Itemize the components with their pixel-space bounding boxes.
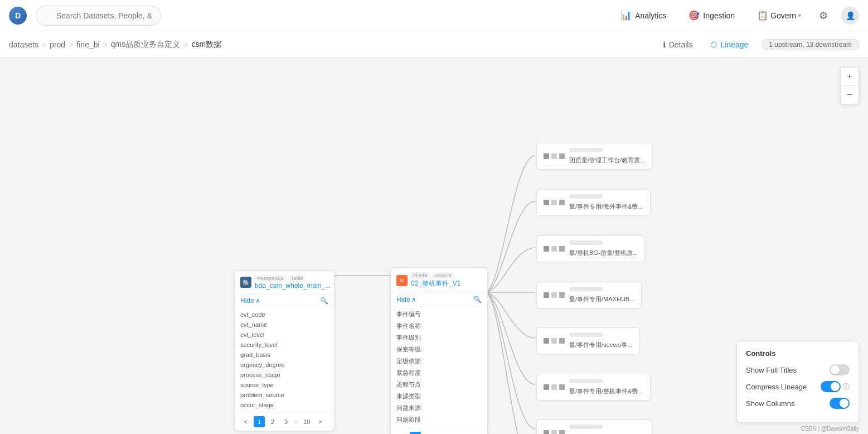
middle-table-type: Dataset: [432, 272, 454, 279]
ds2-icon-a: [544, 200, 549, 205]
avatar[interactable]: 👤: [841, 7, 859, 25]
ds-placeholder-1a: [569, 148, 603, 152]
downstream-node-6[interactable]: 量/事件专用/整机事件&费...: [536, 374, 651, 401]
ds-text-1: 团质量/管理工作台/教育质...: [569, 157, 645, 163]
lineage-canvas: 🐘 PostgreSQL Table bda_csm_whole_main_..…: [0, 58, 868, 434]
downstream-node-1[interactable]: 团质量/管理工作台/教育质...: [536, 143, 652, 170]
field-urgency-degree: urgency_degree: [235, 360, 334, 370]
compress-info-icon[interactable]: ⓘ: [843, 382, 850, 392]
ds-icons-6: [544, 384, 565, 390]
toggle-knob-compress: [831, 382, 840, 391]
zoom-out-button[interactable]: −: [841, 86, 859, 104]
header-right: 📊 Analytics 🎯 Ingestion 📋 Govern ▾ ⚙ 👤: [616, 7, 859, 25]
field-event-name: 事件名称: [391, 320, 487, 332]
downstream-node-4[interactable]: 量/事件专用/MAXHUB...: [536, 282, 642, 308]
source-page-3[interactable]: 3: [280, 416, 292, 427]
middle-search-icon[interactable]: 🔍: [473, 296, 482, 303]
footer-credit: CSBN | @DawsonSally: [801, 426, 859, 432]
source-prev-btn[interactable]: <: [240, 416, 251, 427]
toggle-knob-full-titles: [831, 365, 840, 374]
middle-hide-btn[interactable]: Hide ∧: [396, 296, 416, 303]
ds-icons-5: [544, 338, 565, 344]
search-input[interactable]: [36, 6, 161, 26]
downstream-node-2[interactable]: 量/事件专用/海外事件&费...: [536, 189, 651, 216]
field-process-stage: process_stage: [235, 370, 334, 380]
breadcrumb-sep-2: >: [69, 40, 73, 49]
compress-lineage-label: Compress Lineage: [746, 383, 807, 391]
ds-text-4: 量/事件专用/MAXHUB...: [569, 296, 634, 302]
ds4-icon-b: [551, 292, 557, 298]
settings-icon[interactable]: ⚙: [819, 9, 828, 22]
field-source-type-cn: 来源类型: [391, 390, 487, 402]
field-process-node: 进程节点: [391, 379, 487, 390]
compress-lineage-toggle[interactable]: [821, 381, 841, 392]
ingestion-icon: 🎯: [688, 10, 700, 21]
downstream-node-3[interactable]: 量/整机BG-质量/整机质...: [536, 235, 645, 262]
controls-panel: Controls Show Full Titles Compress Linea…: [736, 341, 859, 423]
middle-fields: 事件编号 事件名称 事件级别 保密等级 定级依据 紧急程度 进程节点 来源类型 …: [391, 306, 487, 428]
middle-page-10[interactable]: 10: [457, 432, 468, 434]
middle-page-2[interactable]: 2: [423, 432, 434, 434]
show-full-titles-toggle[interactable]: [830, 364, 850, 375]
downstream-node-5[interactable]: 量/事件专用/seewo事...: [536, 327, 639, 354]
middle-prev-btn[interactable]: <: [396, 432, 408, 434]
finebi-icon: BI: [396, 275, 408, 286]
downstream-node-7[interactable]: 团质量/管理工作台/企服质...: [536, 419, 652, 434]
ds4-icon-a: [544, 292, 549, 298]
ds7-icon-b: [551, 430, 557, 434]
source-next-btn[interactable]: >: [314, 416, 326, 427]
govern-nav[interactable]: 📋 Govern ▾: [753, 8, 806, 23]
breadcrumb-datasets[interactable]: datasets: [9, 40, 38, 49]
middle-page-1[interactable]: 1: [410, 432, 421, 434]
source-page-1[interactable]: 1: [254, 416, 265, 427]
middle-page-3[interactable]: 3: [437, 432, 448, 434]
field-security-grade: 保密等级: [391, 344, 487, 355]
breadcrumb: datasets > prod > fine_bi > qms品质业务自定义 >…: [9, 40, 658, 50]
upstream-badge[interactable]: 1 upstream, 13 downstream: [762, 39, 859, 50]
middle-node-title[interactable]: 02_整机事件_V1: [411, 279, 460, 288]
ds-placeholder-4a: [569, 287, 603, 291]
ds3-icon-a: [544, 246, 549, 252]
ds2-icon-c: [559, 200, 565, 205]
ds5-icon-a: [544, 338, 549, 344]
ds-text-5: 量/事件专用/seewo事...: [569, 341, 632, 348]
field-security-level: security_level: [235, 340, 334, 350]
ds6-icon-b: [551, 384, 557, 390]
zoom-in-button[interactable]: +: [841, 67, 859, 85]
source-page-10[interactable]: 10: [301, 416, 312, 427]
show-columns-toggle[interactable]: [830, 398, 850, 409]
compress-lineage-row: Compress Lineage ⓘ: [746, 381, 850, 392]
govern-icon: 📋: [757, 10, 768, 21]
middle-next-btn[interactable]: >: [471, 432, 482, 434]
source-pagination: < 1 2 3 ··· 10 >: [235, 412, 334, 431]
field-problem-source: problem_source: [235, 390, 334, 400]
analytics-icon: 📊: [620, 10, 632, 21]
source-fields: evt_code evt_name evt_level security_lev…: [235, 307, 334, 412]
logo[interactable]: D: [9, 7, 27, 25]
ds-icons-2: [544, 200, 565, 205]
field-source-type: source_type: [235, 380, 334, 390]
field-occur-stage: occur_stage: [235, 400, 334, 410]
analytics-label: Analytics: [635, 11, 666, 20]
breadcrumb-prod[interactable]: prod: [50, 40, 65, 49]
show-columns-row: Show Columns: [746, 398, 850, 409]
tab-lineage[interactable]: ⬡ Lineage: [706, 38, 753, 51]
ds7-icon-a: [544, 430, 549, 434]
field-grade-basis: 定级依据: [391, 355, 487, 367]
source-node-title[interactable]: bda_csm_whole_main_...: [255, 282, 331, 290]
ds-icon-a: [544, 153, 549, 159]
source-dots: ···: [294, 418, 299, 425]
analytics-nav[interactable]: 📊 Analytics: [616, 8, 671, 23]
tab-details[interactable]: ℹ Details: [658, 38, 697, 51]
ds-text-2: 量/事件专用/海外事件&费...: [569, 203, 643, 210]
source-hide-btn[interactable]: Hide ∧: [240, 297, 260, 305]
source-page-2[interactable]: 2: [267, 416, 278, 427]
ingestion-nav[interactable]: 🎯 Ingestion: [684, 8, 739, 23]
source-node: 🐘 PostgreSQL Table bda_csm_whole_main_..…: [234, 270, 334, 431]
source-search-icon[interactable]: 🔍: [320, 297, 328, 305]
logo-text: D: [15, 11, 21, 20]
ds-placeholder-2a: [569, 194, 603, 199]
breadcrumb-qms[interactable]: qms品质业务自定义: [111, 40, 180, 50]
field-event-level: 事件级别: [391, 332, 487, 344]
breadcrumb-finebi[interactable]: fine_bi: [76, 40, 99, 49]
